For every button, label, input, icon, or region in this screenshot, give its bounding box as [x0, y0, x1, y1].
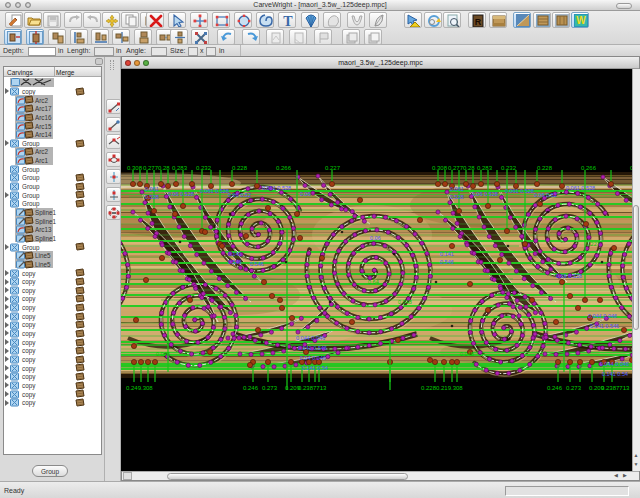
svg-text:0.2280.219.308: 0.2280.219.308	[421, 385, 463, 391]
svg-text:0.28: 0.28	[463, 165, 475, 171]
svg-text:0.273: 0.273	[262, 385, 278, 391]
svg-text:0.06: 0.06	[300, 191, 311, 197]
svg-text:0.061 0.528: 0.061 0.528	[566, 185, 595, 191]
svg-text:0.232: 0.232	[501, 165, 517, 171]
svg-text:0.044 0.046: 0.044 0.046	[600, 361, 629, 367]
svg-text:0.528: 0.528	[450, 194, 464, 200]
svg-text:0.048: 0.048	[460, 351, 474, 357]
svg-text:0.04 0.046: 0.04 0.046	[300, 355, 326, 361]
svg-text:0.528: 0.528	[145, 194, 159, 200]
svg-text:0.06: 0.06	[370, 235, 381, 241]
svg-text:0.28: 0.28	[158, 165, 170, 171]
svg-text:0.277: 0.277	[448, 165, 464, 171]
svg-text:0.06 0.528: 0.06 0.528	[168, 191, 194, 197]
svg-text:0.277: 0.277	[143, 165, 159, 171]
svg-text:0.141 0.54: 0.141 0.54	[602, 371, 628, 377]
svg-text:0.2387713: 0.2387713	[601, 385, 630, 391]
svg-text:T: T	[283, 14, 293, 27]
svg-text:0.228: 0.228	[537, 165, 553, 171]
svg-text:0.06 0.52: 0.06 0.52	[228, 192, 251, 198]
svg-text:0.061 0.528: 0.061 0.528	[505, 188, 534, 194]
svg-text:0.141: 0.141	[440, 251, 454, 257]
svg-text:0.64: 0.64	[368, 279, 379, 285]
svg-text:0.228: 0.228	[232, 165, 248, 171]
svg-text:0.273: 0.273	[566, 385, 582, 391]
svg-text:0.246: 0.246	[547, 385, 563, 391]
svg-text:R: R	[475, 17, 482, 27]
svg-text:0.308: 0.308	[127, 165, 143, 171]
svg-text:0.266: 0.266	[581, 165, 597, 171]
svg-text:0.048: 0.048	[156, 351, 170, 357]
svg-text:0.061: 0.061	[450, 186, 464, 192]
svg-text:W: W	[576, 15, 586, 26]
svg-text:0.232: 0.232	[196, 165, 212, 171]
svg-text:0.246: 0.246	[243, 385, 259, 391]
svg-text:0.546: 0.546	[250, 261, 264, 267]
svg-text:0.06 0.528: 0.06 0.528	[556, 273, 582, 279]
svg-text:0.048: 0.048	[398, 299, 412, 305]
svg-text:0.061: 0.061	[145, 186, 159, 192]
svg-text:0.044 0.046: 0.044 0.046	[296, 335, 325, 341]
svg-text:0.546: 0.546	[440, 259, 454, 265]
svg-text:0.141: 0.141	[228, 251, 242, 257]
svg-text:0.283: 0.283	[172, 165, 188, 171]
svg-text:0.308: 0.308	[432, 165, 448, 171]
svg-text:0.061 0.528: 0.061 0.528	[262, 185, 291, 191]
svg-text:0.283: 0.283	[477, 165, 493, 171]
svg-text:0.044 0.046: 0.044 0.046	[588, 313, 617, 319]
svg-text:0.227: 0.227	[325, 165, 341, 171]
svg-text:0.06 0.528: 0.06 0.528	[472, 191, 498, 197]
svg-text:0.061 0.528: 0.061 0.528	[200, 188, 229, 194]
svg-text:0.06 0.52: 0.06 0.52	[534, 192, 557, 198]
svg-text:0.266: 0.266	[276, 165, 292, 171]
svg-text:0.141 0.546: 0.141 0.546	[590, 323, 619, 329]
svg-text:0.141 0.54: 0.141 0.54	[302, 365, 328, 371]
svg-text:0.2387713: 0.2387713	[298, 385, 327, 391]
svg-text:0.249.308: 0.249.308	[126, 385, 153, 391]
svg-text:0.546: 0.546	[228, 259, 242, 265]
svg-text:0.141 0.546: 0.141 0.546	[298, 345, 327, 351]
svg-text:0.227: 0.227	[586, 241, 600, 247]
